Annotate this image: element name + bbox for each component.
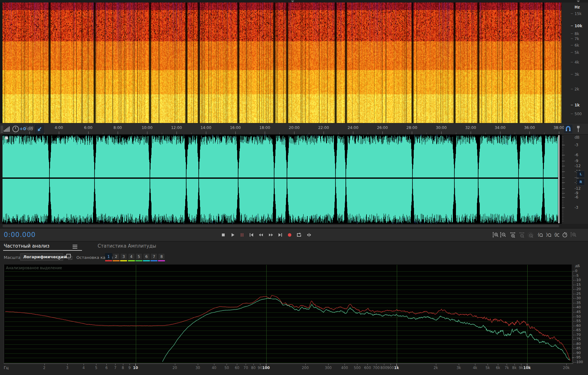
db-axis-label: -55 xyxy=(575,319,581,323)
freeze-frame-color-bar xyxy=(113,260,120,261)
freq-tick-label: 3k xyxy=(575,72,579,77)
skip-to-start-button[interactable] xyxy=(247,231,256,239)
zoom-in-point-button[interactable]: { xyxy=(536,231,544,239)
freq-tick xyxy=(571,45,573,45)
zoom-in-horizontal-button[interactable] xyxy=(509,231,517,239)
freq-axis-label: 8k xyxy=(512,366,517,370)
snap-button[interactable] xyxy=(564,125,572,133)
zoom-reset-button[interactable] xyxy=(526,231,534,239)
freq-tick xyxy=(571,13,573,14)
freq-axis-label: 20 xyxy=(172,366,177,370)
freeze-frame-button-1[interactable]: 1 xyxy=(105,253,112,259)
selection-handle[interactable] xyxy=(5,136,8,139)
freq-axis-label: 60 xyxy=(235,366,239,370)
timeline-label: 8:00 xyxy=(114,126,122,130)
freq-tick-label: 7k xyxy=(575,37,579,41)
timeline-major-tick xyxy=(88,131,89,134)
db-minor-tick xyxy=(562,212,564,212)
stop-icon xyxy=(221,232,226,238)
db-minor-tick xyxy=(562,183,564,184)
horizontal-scrollbar[interactable] xyxy=(0,224,588,228)
zoom-out-point-button[interactable]: } xyxy=(544,231,552,239)
freeze-frame-button-5[interactable]: 5 xyxy=(135,253,142,259)
timeline-label: 6:00 xyxy=(84,126,93,130)
db-minor-tick xyxy=(562,174,564,174)
db-minor-tick xyxy=(562,213,564,213)
zoom-out-vertical-button[interactable] xyxy=(499,231,507,239)
record-button[interactable] xyxy=(285,231,294,239)
marker-pin-icon[interactable] xyxy=(576,125,581,133)
frequency-plot[interactable]: Анализированое выделение xyxy=(4,265,573,364)
tab-frequency-analysis[interactable]: Частотный анализ xyxy=(4,243,49,249)
db-tick-label: -9 xyxy=(575,191,578,195)
db-major-tick xyxy=(562,193,565,193)
timeline-major-tick xyxy=(294,131,294,134)
timeline-ruler[interactable]: +0dB 2:004:006:008:0010:0012:0014:0016:0… xyxy=(0,123,588,135)
spectrogram-display[interactable] xyxy=(3,3,562,123)
zoom-selection-button[interactable]: {} xyxy=(552,231,560,239)
skip-selection-icon xyxy=(306,232,312,238)
timeline-minor-tick xyxy=(103,133,103,134)
stop-button[interactable] xyxy=(219,231,228,239)
freq-axis-label: 3k xyxy=(457,366,461,370)
freeze-frame-button-2[interactable]: 2 xyxy=(113,253,120,259)
freeze-frame-button-3[interactable]: 3 xyxy=(120,253,127,259)
zoom-in-vertical-button[interactable] xyxy=(491,231,499,239)
skip-to-end-button[interactable] xyxy=(276,231,284,239)
freq-axis-tick xyxy=(246,363,246,365)
loop-playback-button[interactable] xyxy=(294,231,303,239)
timeline-major-tick xyxy=(59,131,59,134)
freq-axis-label: 7k xyxy=(504,366,509,370)
freq-axis-tick xyxy=(357,363,357,365)
db-axis-line xyxy=(572,265,572,364)
timeline-major-tick xyxy=(382,131,383,134)
panel-grip[interactable] xyxy=(1,126,3,133)
rewind-button[interactable] xyxy=(256,231,265,239)
freq-tick-label: 10k xyxy=(575,24,582,28)
clock-icon[interactable] xyxy=(12,125,19,133)
zoom-out-horizontal-button[interactable] xyxy=(518,231,526,239)
time-display[interactable]: 0:00.000 xyxy=(4,231,36,239)
ruler-collapse-arrow-icon[interactable] xyxy=(577,1,580,2)
channel-button-l[interactable]: L xyxy=(577,171,585,178)
freq-axis-label: 300 xyxy=(325,366,332,370)
db-minor-tick xyxy=(562,160,564,160)
timer-button[interactable] xyxy=(561,231,569,239)
frequency-ruler-unit: Hz xyxy=(575,5,580,9)
timeline-minor-tick xyxy=(279,133,280,134)
freeze-frame-button-7[interactable]: 7 xyxy=(151,253,157,259)
freq-tick-label: 6k xyxy=(575,43,579,48)
frequency-plot-canvas[interactable] xyxy=(5,265,572,363)
freq-tick-label: 5k xyxy=(575,50,579,55)
channel-button-r[interactable]: R xyxy=(577,178,585,186)
skip-selection-button[interactable] xyxy=(304,231,313,239)
collapse-arrow-icon[interactable] xyxy=(291,1,294,2)
freq-axis-tick xyxy=(459,363,459,365)
tab-amplitude-statistics[interactable]: Статистика Амплитуды xyxy=(98,243,156,249)
freeze-frame-button-6[interactable]: 6 xyxy=(143,253,150,259)
freeze-frame-button-4[interactable]: 4 xyxy=(128,253,135,259)
timeline-label: 12:00 xyxy=(171,126,182,130)
freq-axis-label: 1k xyxy=(394,366,399,370)
panel-menu-icon[interactable] xyxy=(73,245,78,249)
meter-levels-icon[interactable] xyxy=(4,126,11,132)
copy-frame-icon[interactable] xyxy=(66,254,73,260)
scrollbar-thumb[interactable] xyxy=(3,225,559,227)
db-minor-tick xyxy=(562,185,564,185)
scale-dropdown[interactable]: Логарифмический xyxy=(20,253,63,261)
db-minor-tick xyxy=(562,165,564,165)
waveform-display[interactable] xyxy=(3,135,562,224)
zoom-full-button[interactable] xyxy=(569,231,577,239)
play-button[interactable] xyxy=(228,231,237,239)
fast-forward-button[interactable] xyxy=(266,231,275,239)
freeze-frame-button-8[interactable]: 8 xyxy=(158,253,165,259)
freq-axis-tick xyxy=(384,363,384,365)
pause-button[interactable] xyxy=(238,231,246,239)
freq-axis-tick xyxy=(135,363,136,366)
frequency-ruler[interactable]: Hz 15k10k8k7k6k5k4k3k2k1k500 xyxy=(562,3,588,123)
pin-playhead-button[interactable] xyxy=(35,125,44,134)
freq-axis-tick xyxy=(367,363,368,365)
db-minor-tick xyxy=(562,187,564,187)
timeline-minor-tick xyxy=(15,133,15,134)
freq-axis-tick xyxy=(44,363,45,365)
